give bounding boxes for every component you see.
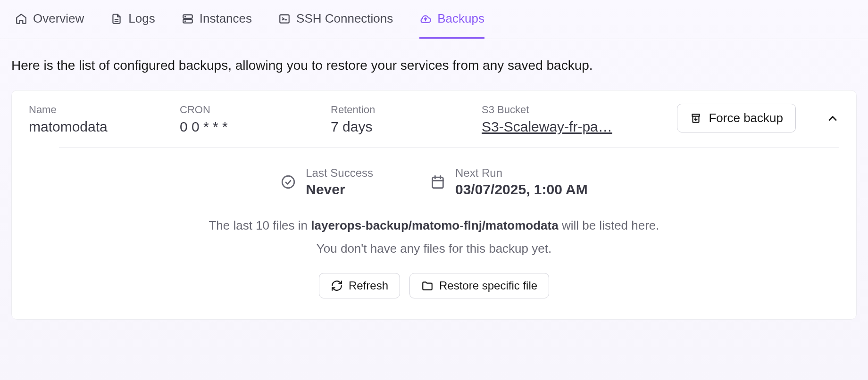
calendar-icon xyxy=(430,174,446,190)
tab-backups[interactable]: Backups xyxy=(419,11,484,39)
terminal-icon xyxy=(278,13,291,25)
server-icon xyxy=(182,13,194,25)
divider xyxy=(59,147,839,148)
refresh-icon xyxy=(331,280,343,292)
restore-label: Restore specific file xyxy=(439,279,537,292)
refresh-label: Refresh xyxy=(349,279,388,292)
force-backup-button[interactable]: Force backup xyxy=(677,104,796,132)
home-icon xyxy=(15,13,27,25)
last-success-block: Last Success Never xyxy=(280,166,373,198)
action-row: Refresh Restore specific file xyxy=(29,273,839,298)
svg-rect-6 xyxy=(433,177,443,188)
tab-instances[interactable]: Instances xyxy=(182,11,252,39)
s3-value[interactable]: S3-Scaleway-fr-pa… xyxy=(482,119,614,135)
retention-label: Retention xyxy=(331,104,463,116)
tab-bar: Overview Logs Instances SSH Connections … xyxy=(0,0,868,39)
last-success-label: Last Success xyxy=(306,166,373,180)
check-circle-icon xyxy=(280,174,296,190)
backup-summary-row: Name matomodata CRON 0 0 * * * Retention… xyxy=(29,104,839,135)
svg-point-2 xyxy=(185,16,185,17)
svg-point-3 xyxy=(185,21,185,21)
name-label: Name xyxy=(29,104,161,116)
s3-label: S3 Bucket xyxy=(482,104,658,116)
name-value: matomodata xyxy=(29,119,161,135)
field-cron: CRON 0 0 * * * xyxy=(180,104,312,135)
next-run-value: 03/07/2025, 1:00 AM xyxy=(455,182,588,198)
collapse-toggle[interactable] xyxy=(826,112,839,127)
tab-overview-label: Overview xyxy=(33,11,84,26)
list-path: layerops-backup/matomo-flnj/matomodata xyxy=(311,218,558,232)
file-list-description: The last 10 files in layerops-backup/mat… xyxy=(29,218,839,233)
force-backup-label: Force backup xyxy=(709,111,783,125)
list-suffix: will be listed here. xyxy=(559,218,659,232)
next-run-label: Next Run xyxy=(455,166,588,180)
tab-ssh[interactable]: SSH Connections xyxy=(278,11,393,39)
tab-logs[interactable]: Logs xyxy=(110,11,155,39)
tab-ssh-label: SSH Connections xyxy=(296,11,393,26)
field-s3-bucket: S3 Bucket S3-Scaleway-fr-pa… xyxy=(482,104,658,135)
tab-logs-label: Logs xyxy=(128,11,155,26)
cron-value: 0 0 * * * xyxy=(180,119,312,135)
list-prefix: The last 10 files in xyxy=(209,218,311,232)
file-icon xyxy=(110,13,123,25)
status-row: Last Success Never Next Run 03/07/2025, … xyxy=(29,166,839,198)
backup-card: Name matomodata CRON 0 0 * * * Retention… xyxy=(11,90,857,320)
cloud-upload-icon xyxy=(419,13,432,25)
retention-value: 7 days xyxy=(331,119,463,135)
field-name: Name matomodata xyxy=(29,104,161,135)
tab-backups-label: Backups xyxy=(437,11,484,26)
last-success-value: Never xyxy=(306,182,373,198)
refresh-button[interactable]: Refresh xyxy=(319,273,400,298)
intro-text: Here is the list of configured backups, … xyxy=(0,39,868,90)
field-retention: Retention 7 days xyxy=(331,104,463,135)
svg-point-5 xyxy=(283,176,295,188)
chevron-up-icon xyxy=(826,112,839,125)
download-box-icon xyxy=(690,112,702,124)
folder-icon xyxy=(421,280,434,292)
tab-overview[interactable]: Overview xyxy=(15,11,84,39)
next-run-block: Next Run 03/07/2025, 1:00 AM xyxy=(430,166,588,198)
empty-message: You don't have any files for this backup… xyxy=(29,241,839,256)
tab-instances-label: Instances xyxy=(200,11,252,26)
cron-label: CRON xyxy=(180,104,312,116)
restore-file-button[interactable]: Restore specific file xyxy=(409,273,549,298)
